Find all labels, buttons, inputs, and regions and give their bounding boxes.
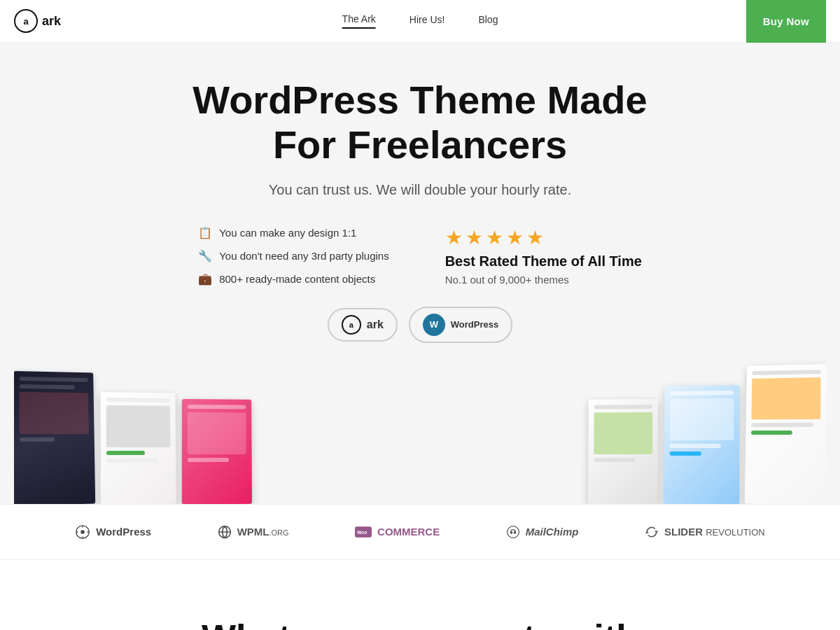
screenshot-montage [14,350,826,504]
slider-revolution-label: SLIDER REVOLUTION [664,526,765,538]
feature-text-3: 800+ ready-made content objects [219,273,375,285]
feature-text-1: You can make any design 1:1 [219,227,356,239]
montage-right [588,350,826,504]
mailchimp-label: MailChimp [526,526,579,538]
logo-name: ark [42,14,61,29]
partner-wordpress: WordPress [75,524,151,540]
logo-letter: a [23,16,28,27]
feature-icon-2: 🔧 [198,249,212,262]
partner-slider-revolution: SLIDER REVOLUTION [645,525,765,539]
navbar: a ark The Ark Hire Us! Blog Buy Now [0,0,840,43]
logo-circle: a [14,9,38,33]
hero-info: 📋 You can make any design 1:1 🔧 You don'… [14,226,826,286]
screenshot-dark [14,371,96,504]
hero-logo-badges: a ark W WordPress [14,307,826,343]
screenshot-right-1 [588,399,658,504]
wpml-icon [218,525,232,539]
star-rating: ★ ★ ★ ★ ★ [445,226,544,249]
feature-icon-1: 📋 [198,226,212,239]
partner-wpml: WPML.ORG [218,525,289,539]
partner-woocommerce: Woo COMMERCE [355,526,440,538]
svg-text:Woo: Woo [357,530,367,535]
star-5: ★ [526,226,544,249]
svg-point-7 [514,531,516,533]
rating-title: Best Rated Theme of All Time [445,253,642,270]
screenshot-right-3 [744,364,826,504]
hero-section: WordPress Theme Made For Freelancers You… [0,43,840,504]
wp-circle-icon: W [423,314,445,336]
feature-icon-3: 💼 [198,272,212,286]
partners-bar: WordPress WPML.ORG Woo COMMERCE MailChim… [0,504,840,560]
ark-badge-circle: a [342,315,361,335]
rating-block: ★ ★ ★ ★ ★ Best Rated Theme of All Time N… [445,226,642,286]
logo[interactable]: a ark [14,9,61,33]
nav-item-the-ark[interactable]: The Ark [342,13,376,29]
partner-mailchimp: MailChimp [506,525,579,539]
wp-label: WordPress [451,319,498,330]
star-4: ★ [506,226,524,249]
buy-now-button[interactable]: Buy Now [746,0,826,43]
features-list: 📋 You can make any design 1:1 🔧 You don'… [198,226,389,286]
woocommerce-icon: Woo [355,526,372,538]
hero-subtitle: You can trust us. We will double your ho… [14,182,826,198]
svg-point-5 [507,526,519,538]
wpml-label: WPML.ORG [237,526,289,538]
feature-text-2: You don't need any 3rd party plugins [219,250,389,262]
nav-item-blog[interactable]: Blog [478,14,498,28]
feature-item-3: 💼 800+ ready-made content objects [198,272,389,286]
svg-point-1 [80,530,85,534]
star-2: ★ [465,226,483,249]
nav-item-hire-us[interactable]: Hire Us! [410,14,445,28]
screenshot-pink [182,399,252,504]
wp-badge: W WordPress [409,307,512,343]
mailchimp-icon [506,525,520,539]
section-create: What can you create with The Ark? Finall… [0,560,840,630]
navbar-nav: The Ark Hire Us! Blog [342,13,498,29]
wordpress-label: WordPress [96,526,151,538]
feature-item-1: 📋 You can make any design 1:1 [198,226,389,239]
star-3: ★ [486,226,503,249]
screenshot-right-2 [664,385,739,504]
montage-left [14,350,252,504]
woocommerce-label: COMMERCE [377,526,440,538]
rating-subtitle: No.1 out of 9,000+ themes [445,274,569,286]
section-create-title: What can you create with The Ark? [14,616,826,630]
hero-title: WordPress Theme Made For Freelancers [14,78,826,168]
star-1: ★ [445,226,463,249]
svg-point-6 [510,531,512,533]
screenshot-light1 [101,392,176,504]
feature-item-2: 🔧 You don't need any 3rd party plugins [198,249,389,262]
ark-badge: a ark [328,308,398,342]
wordpress-icon [75,524,90,540]
slider-revolution-icon [645,525,659,539]
